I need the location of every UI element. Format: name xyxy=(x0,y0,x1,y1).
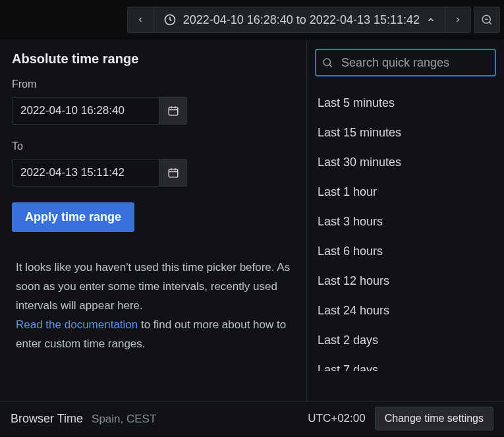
time-range-picker-button[interactable]: 2022-04-10 16:28:40 to 2022-04-13 15:11:… xyxy=(154,7,445,33)
quick-range-item[interactable]: Last 1 hour xyxy=(315,177,496,207)
quick-range-item[interactable]: Last 24 hours xyxy=(315,296,496,326)
prev-range-button[interactable] xyxy=(127,7,154,33)
to-label: To xyxy=(12,140,294,152)
calendar-icon xyxy=(167,167,179,179)
read-docs-link[interactable]: Read the documentation xyxy=(16,318,138,331)
svg-rect-4 xyxy=(169,107,178,115)
zoom-out-icon xyxy=(481,14,493,26)
from-label: From xyxy=(12,78,294,90)
utc-offset: UTC+02:00 xyxy=(308,412,365,425)
quick-range-item[interactable]: Last 15 minutes xyxy=(315,118,496,148)
chevron-up-icon xyxy=(426,15,435,24)
absolute-range-title: Absolute time range xyxy=(12,51,294,67)
quick-range-item[interactable]: Last 6 hours xyxy=(315,237,496,266)
svg-point-12 xyxy=(323,59,331,66)
svg-line-2 xyxy=(489,22,491,24)
chevron-right-icon xyxy=(454,16,462,24)
browser-time-label: Browser Time Spain, CEST xyxy=(11,412,156,426)
quick-range-item[interactable]: Last 30 minutes xyxy=(315,148,496,177)
chevron-left-icon xyxy=(136,16,144,24)
to-input[interactable] xyxy=(12,159,159,187)
quick-ranges-list: Last 5 minutes Last 15 minutes Last 30 m… xyxy=(315,88,496,401)
search-icon xyxy=(322,57,333,69)
svg-line-13 xyxy=(329,65,331,67)
clock-icon xyxy=(163,13,177,26)
calendar-icon xyxy=(167,105,179,117)
search-quick-ranges-input[interactable] xyxy=(315,49,496,76)
from-input[interactable] xyxy=(12,97,159,125)
quick-range-item[interactable]: Last 5 minutes xyxy=(315,88,496,118)
zoom-out-button[interactable] xyxy=(474,7,500,33)
apply-time-range-button[interactable]: Apply time range xyxy=(12,202,134,232)
from-calendar-button[interactable] xyxy=(159,97,187,125)
svg-rect-8 xyxy=(169,169,178,177)
timezone-name: Spain, CEST xyxy=(92,413,156,425)
quick-range-item[interactable]: Last 2 days xyxy=(315,326,496,355)
recent-hint-text: It looks like you haven't used this time… xyxy=(12,258,294,353)
next-range-button[interactable] xyxy=(445,7,471,33)
quick-range-item[interactable]: Last 3 hours xyxy=(315,207,496,237)
quick-range-item[interactable]: Last 7 days xyxy=(315,355,496,371)
change-time-settings-button[interactable]: Change time settings xyxy=(375,407,493,430)
quick-range-item[interactable]: Last 12 hours xyxy=(315,266,496,296)
time-range-text: 2022-04-10 16:28:40 to 2022-04-13 15:11:… xyxy=(183,13,420,27)
to-calendar-button[interactable] xyxy=(159,159,187,187)
